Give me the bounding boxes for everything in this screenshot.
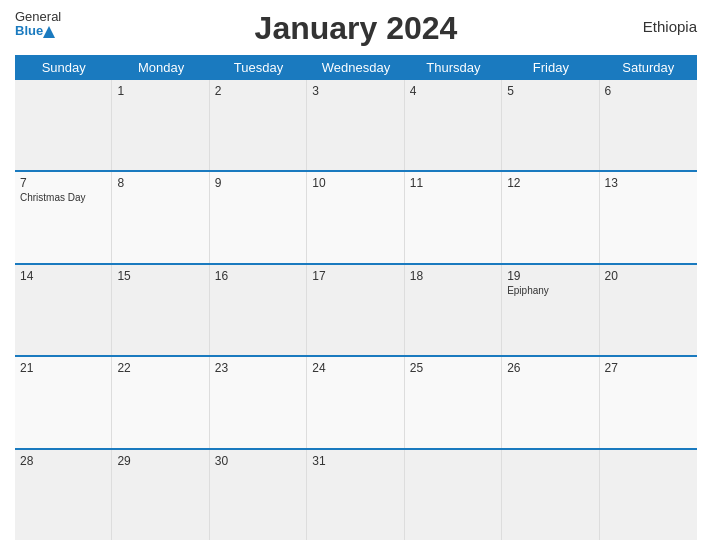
calendar-cell: 12 bbox=[502, 172, 599, 262]
calendar-cell: 22 bbox=[112, 357, 209, 447]
cell-event-label: Christmas Day bbox=[20, 192, 106, 203]
calendar-cell: 10 bbox=[307, 172, 404, 262]
calendar-title: January 2024 bbox=[255, 10, 458, 47]
day-header-friday: Friday bbox=[502, 55, 599, 80]
day-header-thursday: Thursday bbox=[405, 55, 502, 80]
day-header-sunday: Sunday bbox=[15, 55, 112, 80]
calendar-cell: 23 bbox=[210, 357, 307, 447]
calendar-cell bbox=[600, 450, 697, 540]
cell-day-number: 26 bbox=[507, 361, 593, 375]
cell-day-number: 14 bbox=[20, 269, 106, 283]
calendar-week-4: 21222324252627 bbox=[15, 357, 697, 449]
cell-day-number: 10 bbox=[312, 176, 398, 190]
cell-day-number: 6 bbox=[605, 84, 692, 98]
cell-event-label: Epiphany bbox=[507, 285, 593, 296]
cell-day-number: 16 bbox=[215, 269, 301, 283]
calendar-cell: 2 bbox=[210, 80, 307, 170]
cell-day-number: 2 bbox=[215, 84, 301, 98]
cell-day-number: 7 bbox=[20, 176, 106, 190]
calendar-cell: 24 bbox=[307, 357, 404, 447]
calendar-grid: 1234567Christmas Day89101112131415161718… bbox=[15, 80, 697, 540]
calendar-cell bbox=[502, 450, 599, 540]
cell-day-number: 8 bbox=[117, 176, 203, 190]
cell-day-number: 1 bbox=[117, 84, 203, 98]
calendar-cell: 25 bbox=[405, 357, 502, 447]
cell-day-number: 4 bbox=[410, 84, 496, 98]
calendar-cell: 29 bbox=[112, 450, 209, 540]
logo: General Blue bbox=[15, 10, 61, 39]
day-header-saturday: Saturday bbox=[600, 55, 697, 80]
cell-day-number: 20 bbox=[605, 269, 692, 283]
day-header-wednesday: Wednesday bbox=[307, 55, 404, 80]
calendar-cell: 30 bbox=[210, 450, 307, 540]
cell-day-number: 18 bbox=[410, 269, 496, 283]
logo-general-text: General bbox=[15, 10, 61, 24]
calendar-cell: 15 bbox=[112, 265, 209, 355]
calendar-week-5: 28293031 bbox=[15, 450, 697, 540]
calendar-cell: 26 bbox=[502, 357, 599, 447]
cell-day-number: 3 bbox=[312, 84, 398, 98]
calendar-week-3: 141516171819Epiphany20 bbox=[15, 265, 697, 357]
day-header-monday: Monday bbox=[112, 55, 209, 80]
cell-day-number: 5 bbox=[507, 84, 593, 98]
calendar-cell: 31 bbox=[307, 450, 404, 540]
calendar-cell: 3 bbox=[307, 80, 404, 170]
cell-day-number: 23 bbox=[215, 361, 301, 375]
calendar-cell: 5 bbox=[502, 80, 599, 170]
cell-day-number: 17 bbox=[312, 269, 398, 283]
calendar-cell: 16 bbox=[210, 265, 307, 355]
calendar-week-2: 7Christmas Day8910111213 bbox=[15, 172, 697, 264]
calendar-cell: 21 bbox=[15, 357, 112, 447]
calendar-cell: 28 bbox=[15, 450, 112, 540]
cell-day-number: 15 bbox=[117, 269, 203, 283]
cell-day-number: 12 bbox=[507, 176, 593, 190]
calendar-cell: 20 bbox=[600, 265, 697, 355]
cell-day-number: 25 bbox=[410, 361, 496, 375]
cell-day-number: 30 bbox=[215, 454, 301, 468]
logo-blue-text: Blue bbox=[15, 24, 61, 38]
cell-day-number: 29 bbox=[117, 454, 203, 468]
cell-day-number: 19 bbox=[507, 269, 593, 283]
calendar-cell: 1 bbox=[112, 80, 209, 170]
cell-day-number: 22 bbox=[117, 361, 203, 375]
calendar-cell: 8 bbox=[112, 172, 209, 262]
calendar-cell: 13 bbox=[600, 172, 697, 262]
calendar-cell: 11 bbox=[405, 172, 502, 262]
calendar-cell: 19Epiphany bbox=[502, 265, 599, 355]
cell-day-number: 28 bbox=[20, 454, 106, 468]
calendar-cell: 4 bbox=[405, 80, 502, 170]
cell-day-number: 31 bbox=[312, 454, 398, 468]
calendar-cell: 9 bbox=[210, 172, 307, 262]
days-header: SundayMondayTuesdayWednesdayThursdayFrid… bbox=[15, 55, 697, 80]
calendar-cell: 27 bbox=[600, 357, 697, 447]
cell-day-number: 9 bbox=[215, 176, 301, 190]
calendar-container: General Blue January 2024 Ethiopia Sunda… bbox=[0, 0, 712, 550]
calendar-cell bbox=[405, 450, 502, 540]
header-row: General Blue January 2024 Ethiopia bbox=[15, 10, 697, 47]
cell-day-number: 27 bbox=[605, 361, 692, 375]
calendar-week-1: 123456 bbox=[15, 80, 697, 172]
calendar-cell bbox=[15, 80, 112, 170]
svg-marker-0 bbox=[43, 26, 55, 38]
logo-triangle-icon bbox=[43, 26, 55, 38]
cell-day-number: 13 bbox=[605, 176, 692, 190]
cell-day-number: 24 bbox=[312, 361, 398, 375]
day-header-tuesday: Tuesday bbox=[210, 55, 307, 80]
country-label: Ethiopia bbox=[643, 18, 697, 35]
calendar-cell: 14 bbox=[15, 265, 112, 355]
calendar-cell: 17 bbox=[307, 265, 404, 355]
cell-day-number: 11 bbox=[410, 176, 496, 190]
calendar-cell: 18 bbox=[405, 265, 502, 355]
calendar-cell: 6 bbox=[600, 80, 697, 170]
cell-day-number: 21 bbox=[20, 361, 106, 375]
calendar-cell: 7Christmas Day bbox=[15, 172, 112, 262]
